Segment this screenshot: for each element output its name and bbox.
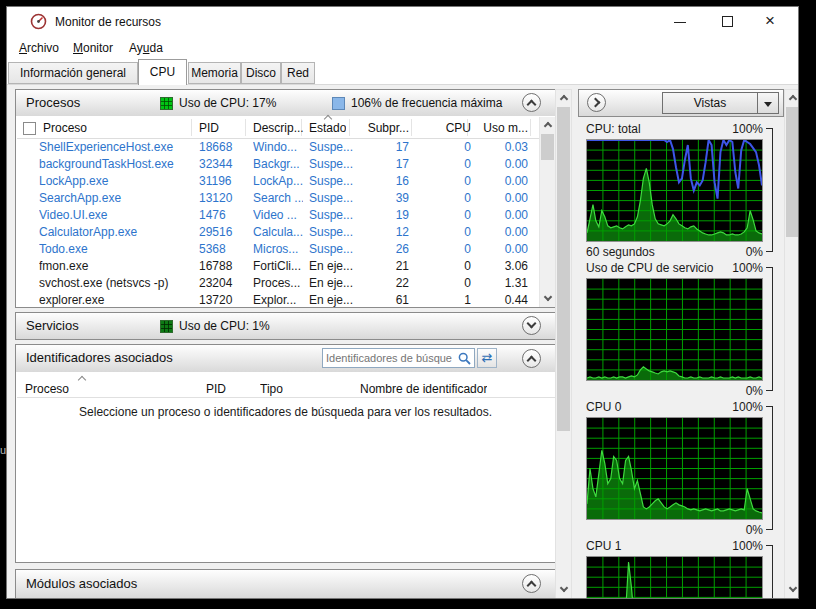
- chart-title: CPU 0: [586, 400, 621, 414]
- scroll-down-icon[interactable]: [785, 582, 799, 598]
- chart-xlabel: 60 segundos: [586, 245, 655, 259]
- threads-cell: 39: [357, 191, 409, 205]
- collapse-procesos-button[interactable]: [522, 93, 541, 112]
- scrollbar-thumb[interactable]: [557, 107, 570, 431]
- views-dropdown-arrow[interactable]: [757, 92, 779, 114]
- avg-cpu-cell: 1.31: [475, 276, 528, 290]
- handle-search-input[interactable]: [326, 350, 454, 366]
- col-subprocesos[interactable]: Subpr...: [357, 121, 409, 135]
- pid-cell: 13720: [199, 293, 247, 307]
- col-descripcion[interactable]: Descrip...: [253, 121, 304, 135]
- tab-memoria[interactable]: Memoria: [188, 62, 241, 84]
- scrollbar-thumb[interactable]: [786, 107, 798, 237]
- graphs-toolbar: Vistas: [578, 89, 784, 117]
- views-button[interactable]: Vistas: [662, 92, 758, 114]
- scrollbar-thumb[interactable]: [541, 134, 554, 160]
- table-row[interactable]: ShellExperienceHost.exe 18668 Windo... S…: [17, 139, 539, 156]
- col-cpu[interactable]: CPU: [417, 121, 471, 135]
- table-row[interactable]: explorer.exe 13720 Explor... En eje... 6…: [17, 292, 539, 307]
- process-name-cell: Video.UI.exe: [39, 208, 191, 222]
- table-row[interactable]: Todo.exe 5368 Micros... Suspe... 26 0 0.…: [17, 241, 539, 258]
- expand-servicios-button[interactable]: [522, 316, 541, 335]
- close-button[interactable]: ×: [751, 7, 797, 37]
- table-row[interactable]: backgroundTaskHost.exe 32344 Backgr... S…: [17, 156, 539, 173]
- table-row[interactable]: svchost.exe (netsvcs -p) 23204 Proces...…: [17, 275, 539, 292]
- process-name-cell: backgroundTaskHost.exe: [39, 157, 191, 171]
- chart-ymax: 100%: [713, 261, 763, 275]
- description-cell: LockAp...: [253, 174, 303, 188]
- menu-monitor[interactable]: Monitor: [69, 40, 117, 56]
- search-go-button[interactable]: ⇄: [477, 348, 497, 368]
- graph-panel-scrollbar[interactable]: [784, 89, 799, 599]
- menubar: Archivo Monitor Ayuda: [7, 37, 798, 59]
- menu-archivo[interactable]: Archivo: [15, 40, 63, 56]
- description-cell: Explor...: [253, 293, 303, 307]
- col-tipo[interactable]: Tipo: [260, 382, 283, 396]
- minimize-button[interactable]: [657, 7, 703, 37]
- pid-cell: 18668: [199, 140, 247, 154]
- chevron-down-icon: [527, 319, 537, 329]
- chart-ymax: 100%: [713, 122, 763, 136]
- scroll-up-icon[interactable]: [785, 90, 799, 106]
- scroll-up-icon[interactable]: [540, 117, 555, 133]
- cpu-cell: 0: [417, 259, 471, 273]
- threads-cell: 61: [357, 293, 409, 307]
- modulos-header[interactable]: Módulos asociados: [16, 570, 555, 598]
- tab-cpu[interactable]: CPU: [138, 59, 187, 85]
- table-row[interactable]: fmon.exe 16788 FortiCli... En eje... 21 …: [17, 258, 539, 275]
- chart-ymax: 100%: [713, 400, 763, 414]
- modulos-panel: Módulos asociados: [15, 569, 556, 599]
- scroll-down-icon[interactable]: [540, 291, 555, 307]
- cpu-cell: 0: [417, 174, 471, 188]
- scale-bracket: [766, 406, 773, 530]
- scroll-up-icon[interactable]: [556, 90, 571, 106]
- table-row[interactable]: SearchApp.exe 13120 Search ... Suspe... …: [17, 190, 539, 207]
- process-name-cell: CalculatorApp.exe: [39, 225, 191, 239]
- col-proceso[interactable]: Proceso: [25, 382, 69, 396]
- avg-cpu-cell: 0.44: [475, 293, 528, 307]
- col-nombre-identificador[interactable]: Nombre de identificador: [360, 382, 487, 396]
- search-icon[interactable]: [458, 352, 471, 365]
- service-cpu-usage-label: Uso de CPU: 1%: [179, 319, 270, 333]
- chevron-right-icon: [591, 98, 601, 108]
- table-row[interactable]: CalculatorApp.exe 29516 Calcula... Suspe…: [17, 224, 539, 241]
- col-pid[interactable]: PID: [199, 121, 219, 135]
- table-row[interactable]: Video.UI.exe 1476 Video ... Suspe... 19 …: [17, 207, 539, 224]
- maximize-button[interactable]: [705, 7, 751, 37]
- titlebar[interactable]: Monitor de recursos ×: [7, 7, 798, 37]
- tabstrip: Información general CPU Memoria Disco Re…: [7, 59, 798, 84]
- servicios-header[interactable]: Servicios Uso de CPU: 1%: [16, 313, 555, 339]
- description-cell: Windo...: [253, 140, 303, 154]
- table-row[interactable]: LockApp.exe 31196 LockAp... Suspe... 16 …: [17, 173, 539, 190]
- chart-ymin: 0%: [713, 245, 763, 259]
- service-cpu-usage-icon: [160, 320, 173, 333]
- col-pid[interactable]: PID: [206, 382, 226, 396]
- collapse-identificadores-button[interactable]: [522, 349, 541, 368]
- cpu-cell: 0: [417, 140, 471, 154]
- tab-informacion-general[interactable]: Información general: [8, 62, 138, 84]
- tab-disco[interactable]: Disco: [241, 62, 281, 84]
- cpu1-graph: [586, 556, 763, 599]
- cpu-cell: 0: [417, 208, 471, 222]
- identificadores-header[interactable]: Identificadores asociados ⇄: [16, 345, 555, 372]
- procesos-header[interactable]: Procesos Uso de CPU: 17% 106% de frecuen…: [16, 90, 555, 116]
- procesos-table-scrollbar[interactable]: [539, 117, 555, 307]
- status-cell: Suspe...: [309, 208, 359, 222]
- select-all-checkbox[interactable]: [23, 121, 36, 139]
- threads-cell: 19: [357, 208, 409, 222]
- chart-title: CPU: total: [586, 122, 641, 136]
- col-uso-medio[interactable]: Uso m...: [475, 121, 528, 135]
- col-proceso[interactable]: Proceso: [43, 121, 87, 135]
- avg-cpu-cell: 3.06: [475, 259, 528, 273]
- description-cell: Backgr...: [253, 157, 303, 171]
- description-cell: FortiCli...: [253, 259, 303, 273]
- scroll-down-icon[interactable]: [556, 582, 571, 598]
- collapse-graph-panel-button[interactable]: [587, 93, 606, 112]
- chevron-up-icon: [527, 100, 537, 110]
- menu-ayuda[interactable]: Ayuda: [125, 40, 167, 56]
- collapse-modulos-button[interactable]: [522, 574, 541, 593]
- tab-red[interactable]: Red: [281, 62, 315, 84]
- left-column-scrollbar[interactable]: [555, 89, 572, 599]
- cpu-frequency-icon: [332, 97, 345, 110]
- col-estado[interactable]: Estado: [309, 121, 346, 135]
